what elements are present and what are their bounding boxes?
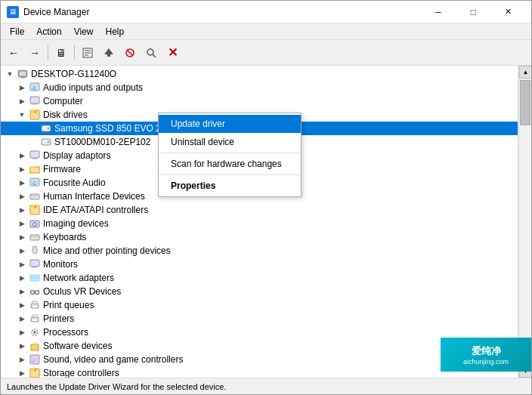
tree-label-software: Software devices: [43, 341, 112, 351]
update-driver-button[interactable]: [99, 43, 119, 63]
tree-label-oculus: Oculus VR Devices: [43, 286, 121, 297]
scroll-up-button[interactable]: ▲: [519, 66, 531, 79]
tree-label-imaging: Imaging devices: [43, 218, 109, 229]
context-menu-item-scan[interactable]: Scan for hardware changes: [159, 155, 301, 173]
uninstall-button[interactable]: [120, 43, 140, 63]
window-icon: 🖥: [7, 6, 19, 18]
maximize-button[interactable]: □: [456, 1, 490, 23]
scroll-thumb[interactable]: [520, 80, 530, 125]
tree-item-oculus[interactable]: ▶Oculus VR Devices: [1, 285, 518, 298]
tree-item-printers[interactable]: ▶Printers: [1, 312, 518, 326]
minimize-button[interactable]: ─: [421, 1, 456, 23]
expander-root[interactable]: ▼: [4, 68, 16, 80]
expander-imaging[interactable]: ▶: [16, 218, 28, 230]
scan-button[interactable]: [141, 43, 161, 63]
expander-network[interactable]: ▶: [16, 272, 28, 284]
svg-rect-24: [30, 151, 39, 158]
expander-mice[interactable]: ▶: [16, 245, 28, 257]
tree-icon-software: [29, 340, 41, 352]
tree-icon-display: [29, 150, 41, 162]
watermark: 爱纯净 aichunjing.com: [441, 338, 531, 372]
tree-item-audio[interactable]: ▶♫Audio inputs and outputs: [1, 81, 518, 94]
expander-firmware[interactable]: ▶: [16, 163, 28, 175]
expander-focusrite[interactable]: ▶: [16, 177, 28, 189]
tree-item-ide[interactable]: ▶IDE ATA/ATAPI controllers: [1, 203, 518, 217]
svg-rect-16: [32, 103, 37, 105]
expander-sound[interactable]: ▶: [16, 353, 28, 366]
expander-display[interactable]: ▶: [16, 150, 28, 162]
context-menu-item-uninstall[interactable]: Uninstall device: [159, 133, 301, 151]
tree-item-mice[interactable]: ▶Mice and other pointing devices: [1, 244, 518, 258]
expander-processors[interactable]: ▶: [16, 326, 28, 338]
svg-rect-47: [30, 260, 39, 267]
tree-icon-storage: [29, 367, 41, 378]
tree-label-disk: Disk drives: [43, 110, 88, 120]
tree-icon-firmware: [29, 163, 41, 175]
svg-point-51: [31, 291, 35, 295]
tree-label-sound: Sound, video and game controllers: [43, 354, 183, 365]
expander-software[interactable]: ▶: [16, 340, 28, 352]
tree-label-network: Network adapters: [43, 273, 114, 283]
context-menu-item-properties[interactable]: Properties: [159, 177, 301, 195]
scroll-track[interactable]: [519, 79, 531, 365]
menu-action[interactable]: Action: [30, 25, 67, 39]
tree-label-display: Display adaptors: [43, 150, 110, 161]
menu-help[interactable]: Help: [100, 25, 131, 39]
svg-rect-30: [30, 194, 39, 199]
expander-storage[interactable]: ▶: [16, 367, 28, 378]
toolbar-separator-2: [74, 45, 75, 60]
tree-item-root[interactable]: ▼DESKTOP-G11240O: [1, 67, 518, 81]
tree-label-mice: Mice and other pointing devices: [43, 245, 171, 256]
tree-icon-root: [17, 68, 29, 80]
expander-ide[interactable]: ▶: [16, 204, 28, 216]
close-button[interactable]: ✕: [490, 1, 525, 23]
properties-button[interactable]: [78, 43, 97, 63]
tree-icon-disk: [29, 109, 41, 121]
expander-keyboards[interactable]: ▶: [16, 231, 28, 243]
svg-rect-34: [38, 196, 39, 197]
forward-button[interactable]: →: [25, 43, 45, 63]
tree-icon-sound: ♪: [29, 353, 41, 366]
computer-button[interactable]: 🖥: [51, 43, 71, 63]
expander-monitors[interactable]: ▶: [16, 258, 28, 270]
svg-rect-15: [30, 97, 39, 103]
tree-item-imaging[interactable]: ▶Imaging devices: [1, 217, 518, 230]
svg-point-62: [33, 331, 36, 334]
svg-line-7: [128, 51, 132, 55]
back-button[interactable]: ←: [4, 43, 23, 63]
context-menu-item-update[interactable]: Update driver: [159, 115, 301, 133]
svg-rect-70: [35, 369, 36, 372]
tree-item-monitors[interactable]: ▶Monitors: [1, 258, 518, 271]
tree-label-monitors: Monitors: [43, 259, 78, 270]
tree-label-processors: Processors: [43, 327, 88, 338]
tree-item-network[interactable]: ▶Network adapters: [1, 271, 518, 285]
expander-audio[interactable]: ▶: [16, 82, 28, 94]
tree-item-computer[interactable]: ▶Computer: [1, 94, 518, 108]
tree-label-audio: Audio inputs and outputs: [43, 82, 143, 93]
tree-item-printq[interactable]: ▶Print queues: [1, 298, 518, 312]
tree-icon-imaging: [29, 218, 41, 230]
status-bar: Launches the Update Driver Wizard for th…: [1, 378, 531, 394]
expander-printers[interactable]: ▶: [16, 313, 28, 325]
svg-rect-25: [32, 158, 37, 159]
delete-button[interactable]: ✕: [162, 43, 182, 63]
tree-label-root: DESKTOP-G11240O: [31, 69, 116, 79]
tree-label-storage: Storage controllers: [43, 368, 119, 378]
tree-item-keyboards[interactable]: ▶Keyboards: [1, 230, 518, 244]
svg-marker-4: [104, 48, 113, 54]
svg-point-23: [48, 141, 50, 143]
menu-view[interactable]: View: [68, 25, 100, 39]
expander-oculus[interactable]: ▶: [16, 285, 28, 298]
svg-rect-5: [107, 54, 110, 57]
expander-computer[interactable]: ▶: [16, 95, 28, 107]
expander-hid[interactable]: ▶: [16, 190, 28, 202]
svg-rect-12: [20, 77, 25, 79]
tree-label-ide: IDE ATA/ATAPI controllers: [43, 205, 148, 215]
tree-label-printq: Print queues: [43, 300, 94, 310]
scrollbar[interactable]: ▲ ▼: [518, 66, 531, 378]
expander-printq[interactable]: ▶: [16, 299, 28, 311]
expander-disk[interactable]: ▼: [16, 109, 28, 121]
menu-file[interactable]: File: [4, 25, 30, 39]
svg-rect-43: [36, 236, 37, 238]
properties-icon: [82, 48, 93, 58]
